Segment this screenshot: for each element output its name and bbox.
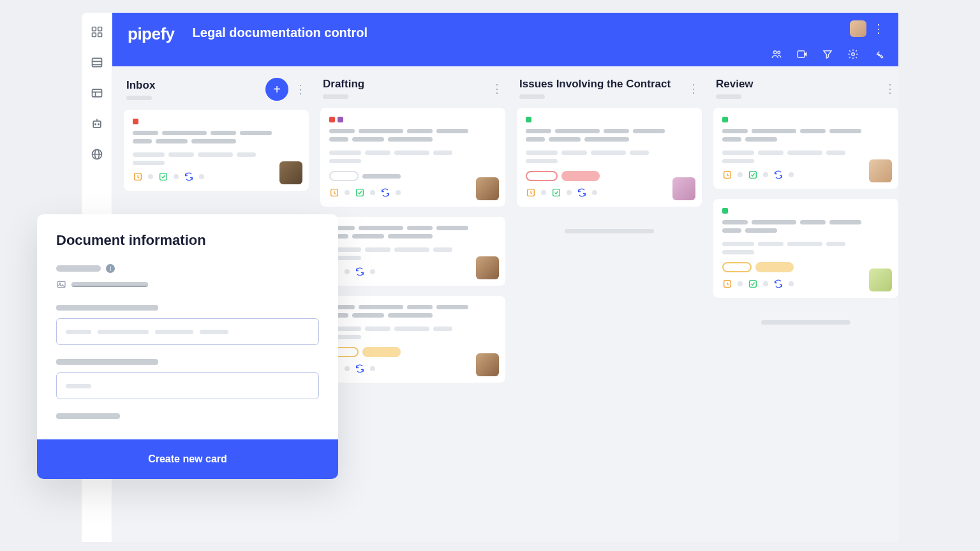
clock-icon [133, 172, 143, 182]
assignee-avatar [869, 268, 892, 291]
column-header: Inbox + ⋮ [124, 78, 309, 110]
card[interactable] [320, 296, 505, 383]
globe-icon[interactable] [91, 148, 103, 161]
svg-point-17 [774, 51, 777, 54]
tag-green [722, 117, 728, 122]
modal-field-label [56, 359, 158, 365]
modal-text-input[interactable] [56, 318, 319, 345]
column-subtitle-placeholder [323, 94, 348, 99]
column-title: Drafting [323, 78, 364, 91]
check-icon [748, 279, 758, 289]
topbar-tools [771, 48, 884, 60]
topbar-menu-icon[interactable]: ⋮ [873, 22, 884, 36]
column-title: Review [716, 78, 754, 91]
wrench-icon[interactable] [873, 48, 884, 60]
filter-icon[interactable] [822, 48, 833, 60]
assignee-avatar [476, 353, 499, 376]
tag-red [133, 119, 138, 124]
modal-field-label [56, 305, 158, 311]
board-title: Legal documentation control [193, 26, 368, 40]
column-drafting: Drafting ⋮ [320, 78, 505, 542]
members-icon[interactable] [771, 48, 782, 60]
column-title: Inbox [126, 79, 155, 92]
panel-icon[interactable] [91, 87, 103, 99]
check-icon [551, 187, 561, 198]
tag-green [526, 117, 531, 122]
info-icon[interactable]: i [106, 264, 115, 273]
svg-point-20 [852, 53, 855, 56]
column-menu-icon[interactable]: ⋮ [884, 82, 896, 96]
modal-link-placeholder[interactable] [71, 282, 148, 287]
clock-icon [526, 187, 536, 198]
column-review: Review ⋮ [713, 78, 898, 542]
user-avatar[interactable] [850, 20, 866, 37]
dashboard-icon[interactable] [91, 26, 103, 38]
column-subtitle-placeholder [126, 96, 152, 100]
clock-icon [722, 170, 732, 180]
column-menu-icon[interactable]: ⋮ [688, 82, 699, 96]
svg-point-12 [94, 124, 96, 125]
column-header: Review ⋮ [713, 78, 898, 108]
modal-title: Document information [56, 232, 319, 249]
sync-icon [577, 187, 587, 198]
svg-rect-30 [750, 172, 757, 179]
sync-icon [355, 364, 365, 374]
card[interactable] [713, 108, 898, 189]
svg-rect-2 [92, 33, 96, 37]
svg-rect-3 [98, 33, 101, 37]
column-header: Drafting ⋮ [320, 78, 505, 108]
pill [329, 171, 359, 181]
ghost-card[interactable] [713, 308, 898, 336]
modal-text-input[interactable] [56, 372, 319, 399]
list-icon[interactable] [91, 56, 103, 69]
sync-icon [355, 267, 365, 277]
sync-icon [380, 187, 390, 198]
svg-rect-1 [98, 27, 101, 31]
tag-red [329, 117, 335, 122]
tag-purple [338, 117, 343, 122]
card[interactable] [320, 108, 505, 207]
column-subtitle-placeholder [716, 94, 741, 99]
pill-yellow [722, 262, 752, 272]
column-menu-icon[interactable]: ⋮ [491, 82, 503, 96]
clock-icon [329, 187, 339, 198]
svg-rect-28 [553, 189, 560, 196]
svg-point-13 [98, 124, 99, 125]
tag-green [722, 208, 728, 214]
ghost-card[interactable] [517, 217, 702, 245]
modal-field-label [56, 413, 120, 419]
column-title: Issues Involving the Contract [519, 78, 671, 91]
assignee-avatar [476, 256, 499, 279]
sync-icon [184, 172, 194, 182]
import-icon[interactable] [796, 48, 808, 60]
check-icon [158, 172, 168, 182]
sync-icon [773, 279, 783, 289]
svg-point-18 [778, 51, 780, 54]
assignee-avatar [476, 177, 499, 200]
app-logo: pipefy [128, 24, 175, 44]
pill-red [561, 171, 600, 181]
card[interactable] [320, 217, 505, 286]
add-card-button[interactable]: + [265, 78, 288, 101]
image-icon [56, 279, 66, 290]
column-menu-icon[interactable]: ⋮ [295, 82, 306, 96]
sync-icon [773, 170, 783, 180]
svg-rect-0 [92, 27, 96, 31]
check-icon [748, 170, 758, 180]
card[interactable] [124, 110, 309, 191]
gear-icon[interactable] [847, 48, 859, 60]
create-card-button[interactable]: Create new card [37, 439, 338, 479]
create-card-modal: Document information i Create new card [37, 214, 338, 479]
assignee-avatar [869, 159, 892, 182]
svg-rect-4 [92, 58, 101, 66]
card[interactable] [713, 199, 898, 298]
modal-field-label [56, 265, 101, 272]
pill-yellow [755, 262, 794, 272]
card[interactable] [517, 108, 702, 207]
topbar: pipefy Legal documentation control ⋮ [112, 13, 898, 66]
assignee-avatar [672, 177, 695, 200]
automation-icon[interactable] [91, 117, 103, 130]
check-icon [355, 187, 365, 198]
column-header: Issues Involving the Contract ⋮ [517, 78, 702, 108]
topbar-user-area: ⋮ [850, 20, 884, 37]
